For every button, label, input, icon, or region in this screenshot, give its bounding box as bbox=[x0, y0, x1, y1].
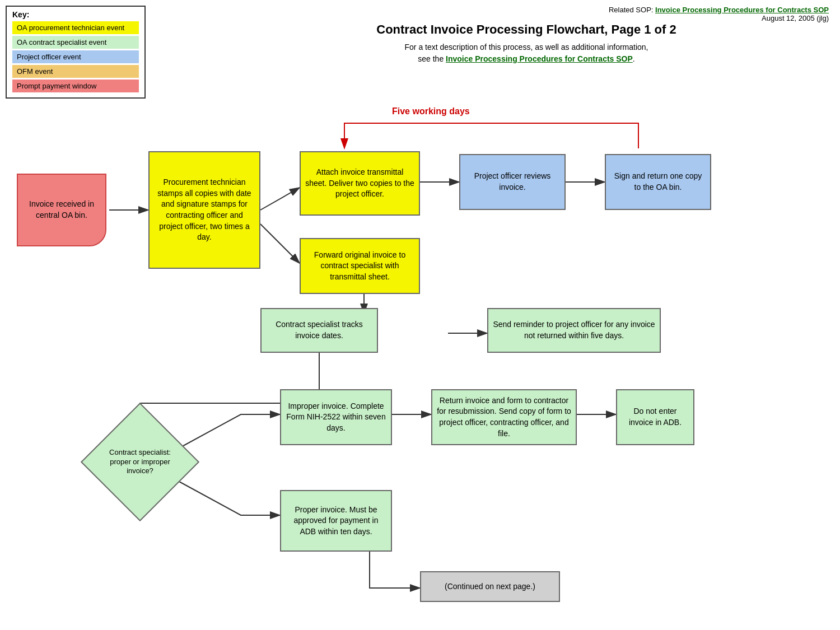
legend-title: Key: bbox=[12, 10, 139, 19]
diamond-text: Contract specialist: proper or improper … bbox=[106, 448, 174, 477]
procurement-technician-box: Procurement technician stamps all copies… bbox=[148, 151, 260, 269]
legend-item-procurement: OA procurement technician event bbox=[12, 21, 139, 34]
five-working-days-label: Five working days bbox=[392, 106, 470, 116]
arrows-svg bbox=[0, 90, 840, 630]
invoice-received-box: Invoice received in central OA bin. bbox=[17, 174, 106, 246]
contract-specialist-tracks-box: Contract specialist tracks invoice dates… bbox=[260, 308, 378, 353]
do-not-enter-box: Do not enter invoice in ADB. bbox=[616, 389, 694, 445]
sign-return-box: Sign and return one copy to the OA bin. bbox=[605, 154, 711, 210]
subtitle: For a text description of this process, … bbox=[224, 41, 829, 65]
continued-box: (Continued on next page.) bbox=[420, 571, 560, 602]
date-text: August 12, 2005 (jlg) bbox=[609, 14, 829, 22]
improper-invoice-box: Improper invoice. Complete Form NIH-2522… bbox=[280, 389, 392, 445]
page-title-area: Contract Invoice Processing Flowchart, P… bbox=[224, 22, 829, 65]
related-sop-label: Related SOP: bbox=[609, 6, 654, 14]
diamond-container: Contract specialist: proper or improper … bbox=[90, 412, 190, 512]
forward-original-box: Forward original invoice to contract spe… bbox=[300, 238, 420, 294]
related-sop-text: Related SOP: Invoice Processing Procedur… bbox=[609, 6, 829, 14]
svg-line-4 bbox=[260, 224, 300, 263]
page-title: Contract Invoice Processing Flowchart, P… bbox=[224, 22, 829, 37]
legend-item-specialist: OA contract specialist event bbox=[12, 36, 139, 49]
legend-box: Key: OA procurement technician event OA … bbox=[6, 6, 146, 99]
subtitle-end: . bbox=[633, 54, 635, 63]
svg-line-3 bbox=[260, 188, 300, 210]
proper-invoice-box: Proper invoice. Must be approved for pay… bbox=[280, 490, 392, 552]
project-officer-reviews-box: Project officer reviews invoice. bbox=[459, 154, 566, 210]
subtitle-line1: For a text description of this process, … bbox=[405, 43, 648, 52]
subtitle-link[interactable]: Invoice Processing Procedures for Contra… bbox=[446, 54, 633, 63]
subtitle-line2: see the bbox=[418, 54, 444, 63]
legend-item-project-officer: Project officer event bbox=[12, 50, 139, 63]
flowchart-area: Five working days Invoice received in ce… bbox=[0, 90, 840, 630]
sop-link[interactable]: Invoice Processing Procedures for Contra… bbox=[655, 6, 829, 14]
header-area: Related SOP: Invoice Processing Procedur… bbox=[609, 6, 829, 22]
return-invoice-box: Return invoice and form to contractor fo… bbox=[431, 389, 577, 445]
send-reminder-box: Send reminder to project officer for any… bbox=[487, 308, 661, 353]
attach-transmittal-box: Attach invoice transmittal sheet. Delive… bbox=[300, 151, 420, 216]
legend-item-ofm: OFM event bbox=[12, 65, 139, 78]
